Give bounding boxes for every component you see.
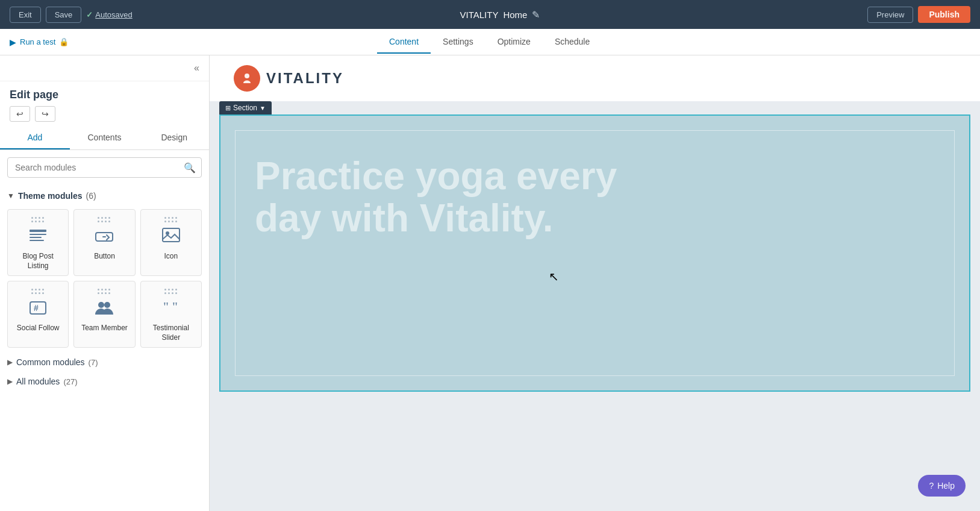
tab-schedule[interactable]: Schedule: [543, 31, 602, 54]
module-icon-label: Icon: [164, 252, 178, 262]
all-modules-count: (27): [63, 377, 77, 386]
left-panel-header: «: [0, 55, 209, 81]
svg-text:#: #: [34, 303, 39, 313]
module-blog-label: Blog Post Listing: [13, 252, 63, 271]
module-drag-dots: [98, 217, 111, 223]
top-bar: Exit Save ✓ Autosaved VITALITY Home ✎ Pr…: [0, 0, 980, 29]
module-team-member[interactable]: Team Member: [73, 281, 135, 348]
module-button-label: Button: [94, 252, 115, 262]
all-modules-chevron: ▶: [7, 377, 13, 386]
redo-button[interactable]: ↪: [35, 106, 55, 122]
common-modules-chevron: ▶: [7, 358, 13, 366]
edit-title-icon[interactable]: ✎: [532, 9, 540, 20]
theme-modules-chevron: ▼: [7, 192, 14, 200]
page-title: VITALITY: [460, 10, 499, 20]
module-team-label: Team Member: [81, 324, 128, 333]
section-badge-dropdown-icon[interactable]: ▼: [260, 105, 266, 111]
publish-button[interactable]: Publish: [918, 6, 970, 23]
collapse-panel-button[interactable]: «: [192, 60, 202, 76]
autosaved-status: ✓ Autosaved: [86, 10, 132, 19]
module-testimonial-slider[interactable]: " " Testimonial Slider: [140, 281, 202, 348]
button-module-icon: [92, 225, 116, 247]
svg-point-13: [245, 74, 249, 78]
tab-optimize[interactable]: Optimize: [485, 31, 543, 54]
help-button[interactable]: ? Help: [918, 475, 966, 497]
left-panel: « Edit page ↩ ↪ Add Contents Design 🔍 ▼: [0, 55, 210, 511]
module-drag-dots: [31, 217, 45, 223]
run-a-test-button[interactable]: ▶ Run a test 🔒: [10, 37, 69, 47]
vitality-logo: VITALITY: [234, 65, 344, 92]
tab-contents[interactable]: Contents: [70, 127, 140, 149]
module-drag-dots: [31, 289, 45, 295]
svg-text:": ": [163, 299, 169, 314]
theme-modules-label: Theme modules: [18, 191, 83, 201]
team-member-icon: [92, 297, 116, 319]
main-layout: « Edit page ↩ ↪ Add Contents Design 🔍 ▼: [0, 55, 980, 511]
topbar-right: Preview Publish: [867, 6, 970, 23]
page-title-area: VITALITY Home ✎: [460, 9, 540, 20]
module-drag-dots: [164, 289, 178, 295]
theme-modules-count: (6): [86, 191, 96, 201]
preview-button[interactable]: Preview: [867, 7, 913, 23]
testimonial-slider-icon: " ": [159, 297, 183, 319]
theme-modules-header[interactable]: ▼ Theme modules (6): [7, 187, 202, 204]
page-title: Home: [503, 10, 527, 20]
svg-rect-3: [30, 240, 44, 241]
svg-rect-0: [30, 230, 46, 232]
module-testimonial-label: Testimonial Slider: [146, 324, 196, 342]
all-modules-label: All modules: [16, 377, 60, 386]
tab-content[interactable]: Content: [377, 31, 431, 54]
run-icon: ▶: [10, 37, 16, 47]
theme-modules-grid: Blog Post Listing: [7, 204, 202, 353]
search-row: 🔍: [0, 150, 209, 183]
module-blog-post-listing[interactable]: Blog Post Listing: [7, 209, 69, 276]
svg-point-10: [104, 302, 110, 308]
tab-add[interactable]: Add: [0, 127, 70, 149]
left-panel-tabs: Add Contents Design: [0, 127, 209, 150]
vitality-header: VITALITY: [210, 55, 980, 101]
social-follow-icon: #: [26, 297, 50, 319]
section-badge[interactable]: ⊞ Section ▼: [219, 101, 272, 114]
module-icon[interactable]: Icon: [140, 209, 202, 276]
autosaved-check-icon: ✓: [86, 10, 93, 19]
module-drag-dots: [164, 217, 178, 223]
tab-design[interactable]: Design: [139, 127, 209, 149]
section-badge-label: Section: [233, 104, 257, 112]
topbar-left: Exit Save ✓ Autosaved: [10, 7, 133, 23]
vitality-brand-text: VITALITY: [266, 70, 344, 87]
secondary-bar: ▶ Run a test 🔒 Content Settings Optimize…: [0, 29, 980, 55]
svg-rect-1: [30, 234, 46, 235]
page-canvas: VITALITY ⊞ Section ▼ ↖ Practice yoga eve…: [210, 55, 980, 511]
logo-circle: [234, 65, 260, 92]
icon-module-icon: [159, 225, 183, 247]
help-icon: ?: [929, 481, 934, 491]
common-modules-header[interactable]: ▶ Common modules (7): [7, 353, 202, 372]
hero-content-box: Practice yoga every day with Vitality.: [235, 130, 955, 376]
hero-section: ↖ Practice yoga every day with Vitality.: [219, 114, 970, 392]
search-icon[interactable]: 🔍: [184, 162, 196, 174]
hero-text: Practice yoga every day with Vitality.: [255, 155, 737, 240]
save-button[interactable]: Save: [46, 7, 82, 23]
module-drag-dots: [98, 289, 111, 295]
all-modules-header[interactable]: ▶ All modules (27): [7, 372, 202, 391]
modules-section: ▼ Theme modules (6): [0, 183, 209, 511]
common-modules-count: (7): [89, 358, 98, 367]
tab-settings[interactable]: Settings: [431, 31, 485, 54]
module-button[interactable]: Button: [73, 209, 135, 276]
undo-button[interactable]: ↩: [10, 106, 30, 122]
section-grid-icon: ⊞: [225, 104, 231, 112]
module-social-follow[interactable]: # Social Follow: [7, 281, 69, 348]
svg-rect-5: [163, 228, 179, 242]
help-label: Help: [937, 481, 955, 491]
hero-text-line2: day with Vitality.: [255, 196, 554, 240]
common-modules-label: Common modules: [16, 357, 85, 367]
hero-text-line1: Practice yoga every: [255, 154, 617, 198]
svg-point-9: [98, 302, 104, 308]
exit-button[interactable]: Exit: [10, 7, 41, 23]
edit-page-title: Edit page: [0, 81, 209, 106]
module-social-label: Social Follow: [17, 324, 60, 333]
search-input-wrap: 🔍: [7, 157, 202, 178]
blog-post-listing-icon: [26, 225, 50, 247]
search-input[interactable]: [7, 157, 202, 178]
autosaved-link[interactable]: Autosaved: [95, 10, 132, 19]
